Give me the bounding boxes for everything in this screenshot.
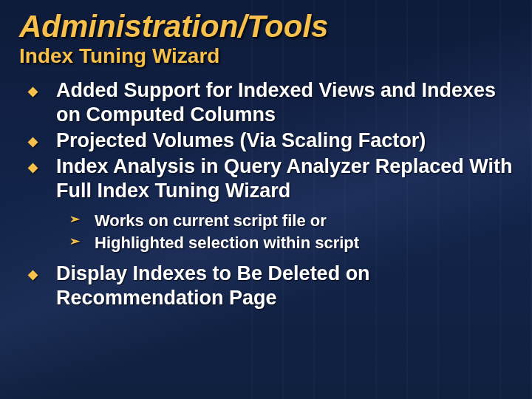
diamond-icon: ◆ [28,135,38,148]
diamond-icon: ◆ [28,85,38,98]
list-item-text: Index Analysis in Query Analyzer Replace… [56,155,512,202]
list-item-text: Display Indexes to Be Deleted on Recomme… [56,262,370,309]
sub-bullet-list: ➢ Works on current script file or ➢ High… [24,211,513,254]
list-item: ◆ Added Support for Indexed Views and In… [24,78,513,127]
sub-list-item: ➢ Highlighted selection within script [69,233,513,254]
bullet-list: ◆ Added Support for Indexed Views and In… [19,78,513,310]
arrow-icon: ➢ [69,213,80,225]
list-item-text: Added Support for Indexed Views and Inde… [56,79,496,126]
list-item: ◆ Projected Volumes (Via Scaling Factor) [24,129,513,153]
sub-list-item-text: Highlighted selection within script [95,233,359,252]
list-item-text: Projected Volumes (Via Scaling Factor) [56,129,426,151]
sub-list-item: ➢ Works on current script file or [69,211,513,232]
list-item: ◆ Display Indexes to Be Deleted on Recom… [24,262,513,310]
slide: Administration/Tools Index Tuning Wizard… [0,0,532,399]
list-item: ◆ Index Analysis in Query Analyzer Repla… [24,154,513,203]
diamond-icon: ◆ [28,268,38,281]
slide-subtitle: Index Tuning Wizard [19,44,513,68]
slide-title: Administration/Tools [19,10,513,43]
diamond-icon: ◆ [28,161,38,174]
arrow-icon: ➢ [69,235,80,248]
sub-list-item-text: Works on current script file or [95,211,327,230]
